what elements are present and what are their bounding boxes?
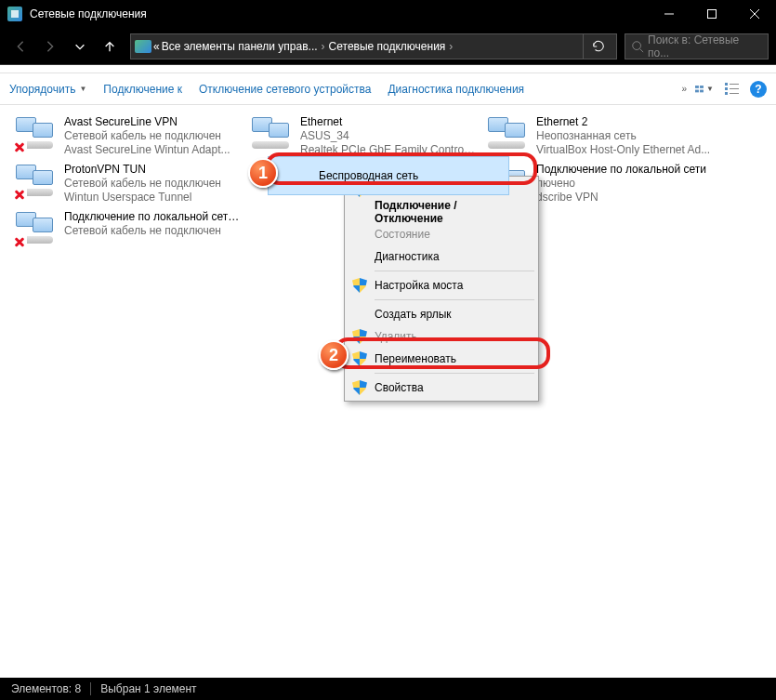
- menu-separator: [375, 373, 534, 374]
- shield-icon: [352, 351, 367, 366]
- svg-rect-11: [730, 93, 739, 94]
- search-input[interactable]: Поиск в: Сетевые по...: [625, 33, 769, 59]
- connection-item[interactable]: Ethernet ASUS_34 Realtek PCIe GbE Family…: [247, 112, 483, 160]
- connection-item[interactable]: Подключение по локальной сети 2 Сетевой …: [11, 207, 247, 250]
- disconnected-icon: [12, 187, 27, 202]
- network-icon: [14, 163, 59, 200]
- svg-rect-7: [730, 84, 739, 85]
- menu-connect-disconnect[interactable]: Подключение / Отключение: [347, 201, 536, 223]
- connection-name: Беспроводная сеть: [319, 169, 418, 182]
- wifi-icon: [272, 159, 313, 192]
- connect-to-button[interactable]: Подключение к: [103, 83, 182, 96]
- menu-diagnostics[interactable]: Диагностика: [347, 245, 536, 268]
- svg-rect-4: [695, 89, 699, 92]
- network-icon: [14, 210, 59, 247]
- disconnected-icon: [12, 234, 27, 249]
- folder-icon: [135, 40, 151, 53]
- diagnose-button[interactable]: Диагностика подключения: [388, 83, 524, 96]
- connection-item[interactable]: Ethernet 2 Неопознанная сеть VirtualBox …: [483, 112, 719, 160]
- svg-rect-10: [725, 92, 728, 95]
- svg-rect-8: [725, 87, 728, 90]
- connection-item[interactable]: Avast SecureLine VPN Сетевой кабель не п…: [11, 112, 247, 160]
- back-button[interactable]: [7, 33, 33, 59]
- menu-rename[interactable]: Переименовать: [347, 348, 536, 370]
- connection-item-wireless[interactable]: Беспроводная сеть: [268, 156, 509, 195]
- status-separator: [90, 682, 91, 695]
- forward-button[interactable]: [37, 33, 63, 59]
- breadcrumb-prefix: «: [153, 40, 160, 53]
- window-title: Сетевые подключения: [30, 7, 648, 20]
- app-icon: [7, 7, 22, 21]
- status-item-count: Элементов: 8: [11, 682, 81, 695]
- disable-device-button[interactable]: Отключение сетевого устройства: [199, 83, 371, 96]
- breadcrumb-part[interactable]: Сетевые подключения: [329, 40, 446, 53]
- minimize-button[interactable]: [648, 0, 691, 28]
- network-icon: [486, 115, 531, 152]
- more-commands[interactable]: »: [681, 84, 687, 94]
- command-bar: Упорядочить▼ Подключение к Отключение се…: [0, 73, 776, 105]
- breadcrumb-part[interactable]: Все элементы панели управ...: [162, 40, 318, 53]
- context-menu: Отключить Подключение / Отключение Состо…: [344, 176, 539, 402]
- svg-point-1: [633, 41, 641, 49]
- menu-delete[interactable]: Удалить: [347, 325, 536, 348]
- content-area: Avast SecureLine VPN Сетевой кабель не п…: [0, 105, 776, 678]
- svg-rect-9: [730, 88, 739, 89]
- titlebar: Сетевые подключения: [0, 0, 776, 28]
- menu-shortcut[interactable]: Создать ярлык: [347, 303, 536, 325]
- callout-1: 1: [248, 158, 278, 188]
- disconnected-icon: [12, 139, 27, 154]
- menu-bridge[interactable]: Настройка моста: [347, 274, 536, 297]
- shield-icon: [352, 278, 367, 293]
- shield-icon: [352, 380, 367, 395]
- breadcrumb-separator: ›: [320, 40, 327, 53]
- view-large-button[interactable]: ▼: [694, 79, 715, 99]
- breadcrumb-separator: ›: [447, 40, 454, 53]
- view-details-button[interactable]: [722, 79, 743, 99]
- search-placeholder: Поиск в: Сетевые по...: [648, 33, 762, 59]
- recent-dropdown[interactable]: [67, 33, 93, 59]
- svg-rect-3: [700, 86, 704, 88]
- maximize-button[interactable]: [691, 0, 733, 28]
- menu-properties[interactable]: Свойства: [347, 376, 536, 399]
- svg-rect-2: [695, 86, 699, 88]
- connection-item[interactable]: ProtonVPN TUN Сетевой кабель не подключе…: [11, 160, 247, 207]
- network-icon: [250, 115, 295, 152]
- help-button[interactable]: ?: [750, 81, 767, 98]
- menu-status[interactable]: Состояние: [347, 223, 536, 245]
- navigation-bar: « Все элементы панели управ... › Сетевые…: [0, 28, 776, 65]
- shield-icon: [352, 329, 367, 344]
- status-selected: Выбран 1 элемент: [100, 682, 196, 695]
- menu-separator: [375, 271, 534, 271]
- network-connections-window: Сетевые подключения « Все элементы панел…: [0, 0, 776, 700]
- status-bar: Элементов: 8 Выбран 1 элемент: [0, 678, 776, 700]
- svg-rect-6: [725, 83, 728, 86]
- svg-rect-0: [708, 10, 717, 19]
- organize-button[interactable]: Упорядочить▼: [9, 83, 86, 96]
- callout-2: 2: [319, 340, 349, 370]
- close-button[interactable]: [733, 0, 776, 28]
- network-icon: [14, 115, 59, 152]
- up-button[interactable]: [97, 33, 123, 59]
- address-bar[interactable]: « Все элементы панели управ... › Сетевые…: [130, 33, 617, 59]
- refresh-button[interactable]: [583, 33, 612, 59]
- menu-separator: [375, 299, 534, 300]
- svg-rect-5: [700, 89, 704, 92]
